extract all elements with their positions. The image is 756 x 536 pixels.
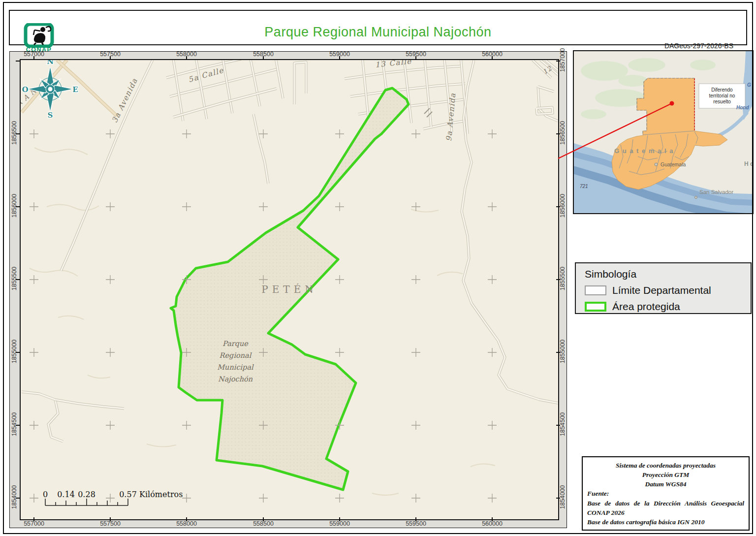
depth-label: 721 — [580, 184, 588, 189]
info-line: Datum WGS84 — [587, 479, 744, 489]
legend-swatch — [585, 302, 606, 312]
park-name-label: Regional — [220, 351, 252, 360]
park-name-label: Municipal — [217, 363, 254, 372]
legend-items: Límite DepartamentalÁrea protegida — [585, 284, 751, 313]
park-name-label: Parque — [222, 340, 249, 348]
country-label: G u a t e m a l a — [614, 147, 674, 155]
svg-text:0.14: 0.14 — [57, 490, 75, 499]
info-box: Sistema de coordenadas proyectadasProyec… — [582, 456, 750, 531]
svg-text:N: N — [47, 60, 54, 66]
info-line: Sistema de coordenadas proyectadas — [587, 461, 744, 470]
header: CONAP Parque Regional Municipal Najochón… — [9, 10, 747, 45]
legend-item: Límite Departamental — [585, 284, 751, 296]
city-label: Guatemala — [661, 161, 686, 167]
svg-text:0.57: 0.57 — [119, 490, 137, 499]
svg-text:0.28: 0.28 — [78, 490, 95, 499]
legend-label: Límite Departamental — [612, 284, 711, 296]
legend-label: Área protegida — [612, 301, 680, 313]
inset-overview-map: Diferendoterritorial noresueltoG u a t e… — [573, 50, 754, 214]
info-line: CONAP 2026 — [587, 508, 744, 517]
san-salvador-label: San Salvador — [699, 189, 733, 195]
main-map-svg: R A N3a Avenida5a Calle13 Calle9a Avenid… — [21, 60, 558, 519]
document-id: DAGeos-297-2026-BS — [664, 42, 733, 50]
svg-text:H o: H o — [744, 160, 753, 167]
svg-text:O: O — [22, 85, 28, 94]
legend-item: Área protegida — [585, 301, 751, 313]
info-line: Fuente: — [587, 489, 744, 498]
scale-unit: Kilómetros — [139, 490, 183, 499]
svg-text:S: S — [48, 111, 53, 120]
svg-text:E: E — [72, 85, 78, 94]
department-label: PETÉN — [261, 284, 317, 295]
park-name-label: Najochón — [218, 375, 253, 383]
map-document: CONAP Parque Regional Municipal Najochón… — [0, 0, 756, 536]
info-line: Base de datos de la Dirección Análisis G… — [587, 499, 744, 508]
svg-text:Hond: Hond — [736, 105, 749, 110]
page-title: Parque Regional Municipal Najochón — [10, 25, 746, 40]
territorial-note-text: Diferendo — [711, 87, 733, 93]
svg-text:G: G — [747, 82, 751, 88]
svg-text:0: 0 — [43, 490, 48, 499]
info-line: Proyección GTM — [587, 470, 744, 479]
info-line: Base de datos cartografía básica IGN 201… — [587, 517, 744, 527]
main-map: R A N3a Avenida5a Calle13 Calle9a Avenid… — [20, 59, 559, 520]
territorial-note-text: resuelto — [713, 99, 731, 104]
legend: Simbología Límite DepartamentalÁrea prot… — [575, 262, 752, 314]
legend-title: Simbología — [585, 268, 751, 280]
legend-swatch — [585, 285, 606, 295]
inset-map-svg: Diferendoterritorial noresueltoG u a t e… — [574, 51, 753, 213]
park-location-dot — [670, 101, 674, 106]
territorial-note-text: territorial no — [709, 93, 735, 98]
